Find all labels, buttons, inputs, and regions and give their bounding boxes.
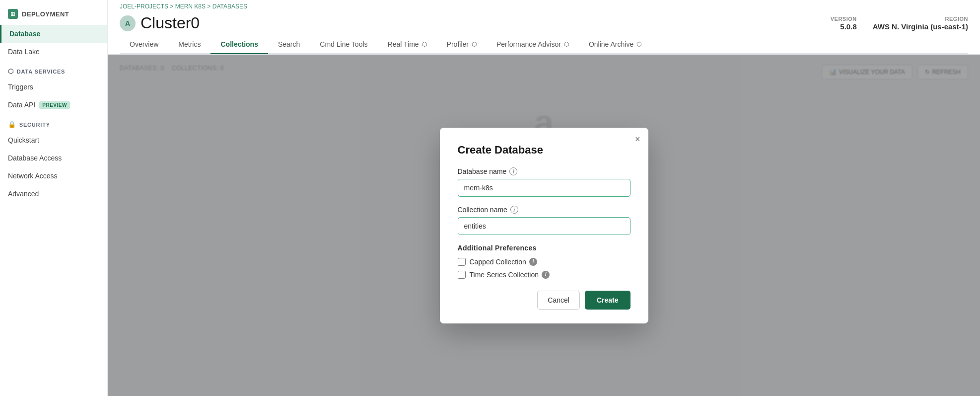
collection-name-label: Collection name i [458, 206, 630, 214]
main-content: JOEL-PROJECTS > MERN K8S > DATABASES A C… [108, 0, 980, 396]
sidebar-item-advanced[interactable]: Advanced [0, 185, 107, 203]
sidebar-item-quickstart[interactable]: Quickstart [0, 131, 107, 149]
create-button[interactable]: Create [585, 291, 630, 310]
data-services-icon: ⬡ [8, 68, 14, 75]
region-meta: REGION AWS N. Virginia (us-east-1) [873, 16, 968, 31]
deployment-section: ⊞ DEPLOYMENT [0, 0, 107, 25]
cancel-button[interactable]: Cancel [537, 291, 580, 310]
additional-preferences: Additional Preferences Capped Collection… [458, 244, 630, 279]
sidebar-item-network-access[interactable]: Network Access [0, 167, 107, 185]
tab-cmd-line-tools[interactable]: Cmd Line Tools [310, 35, 377, 54]
preview-badge: PREVIEW [39, 101, 70, 109]
sidebar-item-data-api[interactable]: Data API PREVIEW [0, 96, 107, 114]
performance-advisor-icon: ⬡ [564, 41, 569, 48]
modal-title: Create Database [458, 144, 630, 157]
sidebar-item-triggers[interactable]: Triggers [0, 78, 107, 96]
tab-real-time[interactable]: Real Time ⬡ [378, 35, 437, 54]
tab-overview[interactable]: Overview [120, 35, 168, 54]
cluster-icon: A [120, 15, 136, 31]
cluster-header: A Cluster0 VERSION 5.0.8 REGION AWS N. V… [120, 10, 968, 34]
create-database-modal: × Create Database Database name i Coll [440, 128, 648, 323]
security-icon: 🔒 [8, 121, 16, 128]
sidebar-item-database[interactable]: Database [0, 25, 107, 43]
database-name-input[interactable] [458, 179, 630, 197]
security-section: 🔒 SECURITY [0, 114, 107, 131]
version-value: 5.0.8 [831, 22, 857, 31]
deployment-icon: ⊞ [8, 9, 18, 19]
online-archive-icon: ⬡ [636, 41, 641, 48]
capped-collection-row: Capped Collection i [458, 258, 630, 266]
database-name-label: Database name i [458, 167, 630, 175]
time-series-row: Time Series Collection i [458, 271, 630, 279]
content-area: 📊 VISUALIZE YOUR DATA ↻ REFRESH DATABASE… [108, 55, 980, 396]
capped-collection-info-icon[interactable]: i [529, 258, 537, 266]
collection-name-group: Collection name i [458, 206, 630, 235]
modal-actions: Cancel Create [458, 291, 630, 310]
capped-collection-checkbox[interactable] [458, 258, 466, 266]
tab-online-archive[interactable]: Online Archive ⬡ [579, 35, 651, 54]
modal-close-button[interactable]: × [635, 135, 640, 144]
real-time-icon: ⬡ [422, 41, 427, 48]
data-services-section: ⬡ DATA SERVICES [0, 61, 107, 78]
deployment-label: DEPLOYMENT [22, 10, 69, 18]
cluster-name-group: A Cluster0 [120, 14, 200, 32]
sidebar: ⊞ DEPLOYMENT Database Data Lake ⬡ DATA S… [0, 0, 108, 396]
database-name-group: Database name i [458, 167, 630, 197]
tab-collections[interactable]: Collections [210, 35, 268, 54]
modal-overlay: × Create Database Database name i Coll [108, 55, 980, 396]
collection-name-input[interactable] [458, 217, 630, 235]
db-name-help-icon[interactable]: i [509, 167, 517, 175]
region-label: REGION [873, 16, 968, 22]
time-series-checkbox[interactable] [458, 271, 466, 279]
breadcrumb[interactable]: JOEL-PROJECTS > MERN K8S > DATABASES [120, 0, 968, 10]
sidebar-item-database-access[interactable]: Database Access [0, 149, 107, 167]
cluster-title: Cluster0 [140, 14, 200, 32]
tab-bar: Overview Metrics Collections Search Cmd … [120, 35, 968, 54]
collection-name-help-icon[interactable]: i [510, 206, 518, 214]
topbar: JOEL-PROJECTS > MERN K8S > DATABASES A C… [108, 0, 980, 55]
cluster-meta: VERSION 5.0.8 REGION AWS N. Virginia (us… [831, 16, 968, 31]
sidebar-item-data-lake[interactable]: Data Lake [0, 43, 107, 61]
tab-search[interactable]: Search [268, 35, 310, 54]
region-value: AWS N. Virginia (us-east-1) [873, 22, 968, 31]
version-label: VERSION [831, 16, 857, 22]
profiler-icon: ⬡ [472, 41, 477, 48]
capped-collection-label[interactable]: Capped Collection i [470, 258, 537, 266]
tab-performance-advisor[interactable]: Performance Advisor ⬡ [487, 35, 579, 54]
tab-profiler[interactable]: Profiler ⬡ [437, 35, 487, 54]
time-series-info-icon[interactable]: i [542, 271, 550, 279]
time-series-label[interactable]: Time Series Collection i [470, 271, 550, 279]
version-meta: VERSION 5.0.8 [831, 16, 857, 31]
additional-prefs-title: Additional Preferences [458, 244, 630, 252]
tab-metrics[interactable]: Metrics [168, 35, 210, 54]
